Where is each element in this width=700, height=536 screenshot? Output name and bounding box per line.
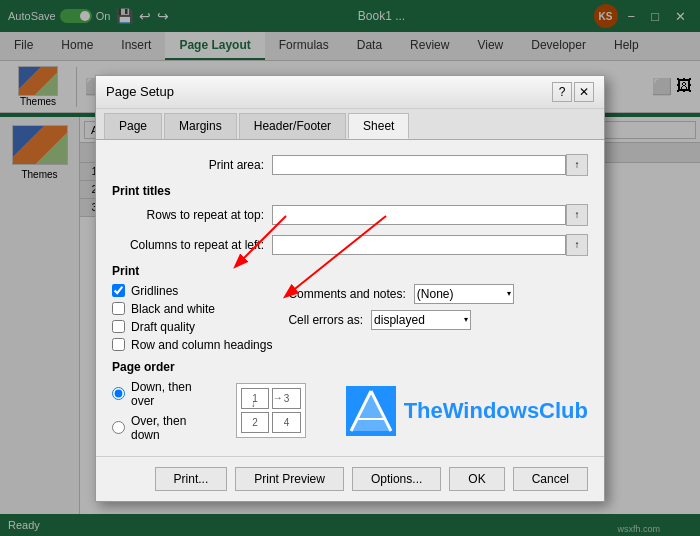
dialog-titlebar: Page Setup ? ✕	[96, 76, 604, 109]
dialog-tab-margins[interactable]: Margins	[164, 113, 237, 139]
page-order-preview: 1 3 2 4 ↓ →	[236, 383, 306, 438]
rows-repeat-label: Rows to repeat at top:	[112, 208, 272, 222]
print-preview-button[interactable]: Print Preview	[235, 467, 344, 491]
comments-row: Comments and notes: (None) ▾	[288, 284, 513, 304]
dialog-title-buttons: ? ✕	[552, 82, 594, 102]
options-button[interactable]: Options...	[352, 467, 441, 491]
rows-repeat-row: Rows to repeat at top: ↑	[112, 204, 588, 226]
over-then-down-radio[interactable]	[112, 421, 125, 434]
gridlines-checkbox[interactable]	[112, 284, 125, 297]
columns-repeat-row: Columns to repeat at left: ↑	[112, 234, 588, 256]
print-area-collapse-button[interactable]: ↑	[566, 154, 588, 176]
black-white-label: Black and white	[131, 302, 215, 316]
print-right-options: Comments and notes: (None) ▾ Cell errors…	[288, 284, 513, 352]
page-setup-dialog: Page Setup ? ✕ Page Margins Header/Foote…	[95, 75, 605, 502]
dialog-tabs: Page Margins Header/Footer Sheet	[96, 109, 604, 140]
print-area-row: Print area: ↑	[112, 154, 588, 176]
poi-1: 1	[241, 388, 270, 409]
watermark: TheWindowsClub	[346, 386, 588, 436]
dialog-tab-sheet[interactable]: Sheet	[348, 113, 409, 139]
print-section-label: Print	[112, 264, 588, 278]
page-order-radios: Down, then over Over, then down	[112, 380, 216, 442]
columns-repeat-label: Columns to repeat at left:	[112, 238, 272, 252]
draft-quality-row: Draft quality	[112, 320, 272, 334]
cell-errors-dropdown-arrow: ▾	[464, 315, 468, 324]
comments-label: Comments and notes:	[288, 287, 405, 301]
cell-errors-value: displayed	[374, 313, 425, 327]
gridlines-label: Gridlines	[131, 284, 178, 298]
poi-2: 2	[241, 412, 270, 433]
rows-repeat-collapse-button[interactable]: ↑	[566, 204, 588, 226]
gridlines-row: Gridlines	[112, 284, 272, 298]
columns-repeat-collapse-button[interactable]: ↑	[566, 234, 588, 256]
dialog-title: Page Setup	[106, 84, 174, 99]
columns-repeat-input[interactable]	[272, 235, 566, 255]
print-button[interactable]: Print...	[155, 467, 228, 491]
watermark-icon-container	[346, 386, 396, 436]
dialog-body: Print area: ↑ Print titles Rows to repea…	[96, 140, 604, 456]
print-checkboxes: Gridlines Black and white Draft quality	[112, 284, 272, 352]
comments-dropdown[interactable]: (None) ▾	[414, 284, 514, 304]
black-white-row: Black and white	[112, 302, 272, 316]
comments-value: (None)	[417, 287, 454, 301]
row-col-headings-label: Row and column headings	[131, 338, 272, 352]
row-col-headings-row: Row and column headings	[112, 338, 272, 352]
dialog-tab-page[interactable]: Page	[104, 113, 162, 139]
down-then-over-row: Down, then over	[112, 380, 216, 408]
down-then-over-label: Down, then over	[131, 380, 216, 408]
page-order-label: Page order	[112, 360, 588, 374]
page-order-options: Down, then over Over, then down 1 3	[112, 380, 588, 442]
dialog-footer: Print... Print Preview Options... OK Can…	[96, 456, 604, 501]
down-then-over-radio[interactable]	[112, 387, 125, 400]
print-titles-section-label: Print titles	[112, 184, 588, 198]
dialog-help-button[interactable]: ?	[552, 82, 572, 102]
print-area-input[interactable]	[272, 155, 566, 175]
cell-errors-label: Cell errors as:	[288, 313, 363, 327]
print-options-section: Gridlines Black and white Draft quality	[112, 284, 588, 352]
page-order-section: Page order Down, then over Over, then do…	[112, 360, 588, 442]
black-white-checkbox[interactable]	[112, 302, 125, 315]
comments-dropdown-arrow: ▾	[507, 289, 511, 298]
print-area-label: Print area:	[112, 158, 272, 172]
poi-3: 3	[272, 388, 301, 409]
row-col-headings-checkbox[interactable]	[112, 338, 125, 351]
page-order-icon: 1 3 2 4 ↓ →	[236, 383, 306, 438]
dialog-tab-header-footer[interactable]: Header/Footer	[239, 113, 346, 139]
over-then-down-row: Over, then down	[112, 414, 216, 442]
rows-repeat-input[interactable]	[272, 205, 566, 225]
watermark-icon	[346, 386, 396, 436]
poi-4: 4	[272, 412, 301, 433]
over-then-down-label: Over, then down	[131, 414, 216, 442]
draft-quality-label: Draft quality	[131, 320, 195, 334]
cell-errors-dropdown[interactable]: displayed ▾	[371, 310, 471, 330]
cell-errors-row: Cell errors as: displayed ▾	[288, 310, 513, 330]
cancel-button[interactable]: Cancel	[513, 467, 588, 491]
ok-button[interactable]: OK	[449, 467, 504, 491]
draft-quality-checkbox[interactable]	[112, 320, 125, 333]
dialog-overlay: Page Setup ? ✕ Page Margins Header/Foote…	[0, 0, 700, 536]
dialog-close-button[interactable]: ✕	[574, 82, 594, 102]
watermark-text: TheWindowsClub	[404, 398, 588, 424]
